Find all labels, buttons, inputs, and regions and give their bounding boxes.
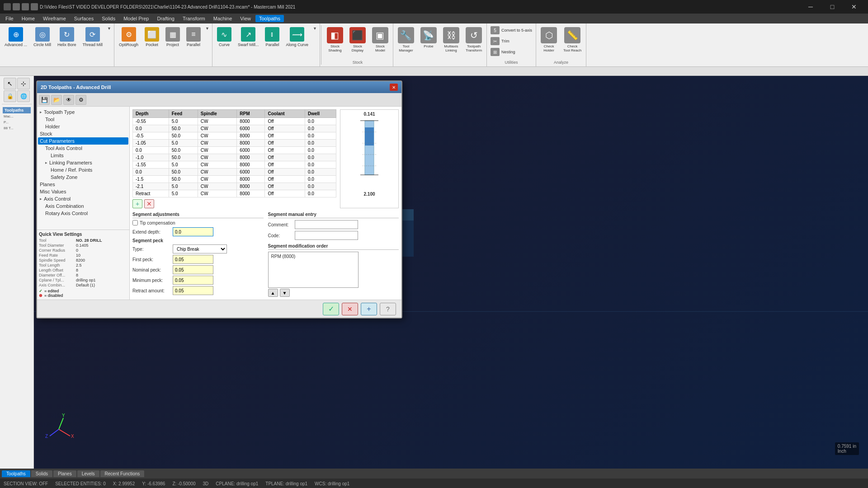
menu-surfaces[interactable]: Surfaces xyxy=(71,15,97,22)
minimum-peck-input[interactable] xyxy=(173,276,213,285)
cancel-button[interactable]: ✕ xyxy=(342,303,358,315)
table-row[interactable]: -0.555.0CW8000Off0.0 xyxy=(133,118,336,125)
dialog-close-btn[interactable]: ✕ xyxy=(390,84,398,91)
tip-compensation-checkbox[interactable] xyxy=(132,220,138,225)
tab-toolpaths[interactable]: Toolpaths xyxy=(2,470,30,477)
ribbon-btn-advanced[interactable]: ⊕ Advanced ... xyxy=(2,25,30,65)
tool-arrow-btn[interactable]: ↖ xyxy=(4,78,16,89)
ribbon-btn-parallel[interactable]: ≡ Parallel xyxy=(184,25,203,65)
code-input[interactable] xyxy=(295,231,358,240)
ok-button[interactable]: ✓ xyxy=(323,303,339,315)
add-button[interactable]: + xyxy=(361,303,377,315)
menu-transform[interactable]: Transform xyxy=(179,15,209,22)
ribbon-btn-probe[interactable]: 📡 Probe xyxy=(418,25,439,65)
help-button[interactable]: ? xyxy=(380,303,396,315)
menu-drafting[interactable]: Drafting xyxy=(153,15,178,22)
ribbon-btn-check-holder[interactable]: ⬡ CheckHolder xyxy=(538,25,560,59)
tree-item-safety-zone[interactable]: Safety Zone xyxy=(38,174,128,181)
dialog-settings-btn[interactable]: ⚙ xyxy=(75,95,86,105)
ribbon-btn-swarf[interactable]: ↗ Swarf Mill... xyxy=(235,25,262,65)
table-remove-btn[interactable]: ✕ xyxy=(144,199,154,208)
table-row[interactable]: 0.050.0CW6000Off0.0 xyxy=(133,125,336,132)
tree-item-axis-control[interactable]: ▸Axis Control xyxy=(38,195,128,202)
seg-mod-down-btn[interactable]: ▼ xyxy=(280,289,290,297)
tree-item-holder[interactable]: Holder xyxy=(38,123,128,130)
tree-item-planes[interactable]: Planes xyxy=(38,181,128,188)
extend-depth-input[interactable] xyxy=(173,227,213,236)
dialog-open-btn[interactable]: 📂 xyxy=(51,95,62,105)
tree-item-limits[interactable]: Limits xyxy=(38,152,128,159)
menu-solids[interactable]: Solids xyxy=(98,15,119,22)
table-row[interactable]: Retract5.0CW8000Off0.0 xyxy=(133,190,336,197)
menu-toolpaths[interactable]: Toolpaths xyxy=(255,15,284,22)
tree-item-rotary-axis[interactable]: Rotary Axis Control xyxy=(38,210,128,217)
comment-input[interactable] xyxy=(295,220,358,229)
table-add-btn[interactable]: + xyxy=(132,199,142,208)
table-row[interactable]: -1.555.0CW8000Off0.0 xyxy=(133,161,336,169)
tab-planes[interactable]: Planes xyxy=(53,470,76,477)
toolpath-nav-item3[interactable]: 88 T... xyxy=(3,125,31,131)
table-row[interactable]: -1.050.0CW8000Off0.0 xyxy=(133,154,336,161)
retract-amount-input[interactable] xyxy=(173,286,213,295)
seg-mod-up-btn[interactable]: ▲ xyxy=(268,289,278,297)
tree-item-tool[interactable]: Tool xyxy=(38,116,128,123)
ribbon-btn-curve[interactable]: ∿ Curve xyxy=(214,25,234,65)
menu-model-prep[interactable]: Model Prep xyxy=(120,15,152,22)
ribbon-btn-tool-manager[interactable]: 🔧 ToolManager xyxy=(395,25,417,65)
tree-item-linking-parameters[interactable]: ▸Linking Parameters xyxy=(38,159,128,166)
nominal-peck-input[interactable] xyxy=(173,265,213,274)
table-row[interactable]: 0.050.0CW6000Off0.0 xyxy=(133,169,336,176)
ribbon-btn-project[interactable]: ▦ Project xyxy=(163,25,183,65)
close-button[interactable]: ✕ xyxy=(844,0,864,14)
ribbon-btn-thread-mill[interactable]: ⟳ Thread Mill xyxy=(80,25,106,65)
ribbon-btn-stock-display[interactable]: ⬛ StockDisplay xyxy=(347,25,368,59)
tree-item-toolpath-type[interactable]: ▸Toolpath Type xyxy=(38,108,128,116)
menu-view[interactable]: View xyxy=(236,15,255,22)
ribbon-btn-stock-model[interactable]: ▣ StockModel xyxy=(369,25,391,59)
table-row[interactable]: -1.550.0CW8000Off0.0 xyxy=(133,176,336,183)
ribbon-btn-helix-bore[interactable]: ↻ Helix Bore xyxy=(55,25,79,65)
toolbar-icon-2[interactable] xyxy=(22,3,29,10)
tree-item-tool-axis-control[interactable]: Tool Axis Control xyxy=(38,145,128,152)
tree-item-misc-values[interactable]: Misc Values xyxy=(38,188,128,195)
dialog-save-btn[interactable]: 💾 xyxy=(39,95,50,105)
tab-levels[interactable]: Levels xyxy=(77,470,99,477)
toolpath-nav-item2[interactable]: P... xyxy=(3,119,31,125)
tool-globe-btn[interactable]: 🌐 xyxy=(17,90,30,102)
ribbon-btn-stock-shading[interactable]: ◧ StockShading xyxy=(324,25,346,59)
table-row[interactable]: -2.15.0CW8000Off0.0 xyxy=(133,183,336,190)
segment-modification-list[interactable]: RPM (8000) xyxy=(268,252,359,288)
tab-recent[interactable]: Recent Functions xyxy=(100,470,145,477)
menu-file[interactable]: File xyxy=(2,15,17,22)
ribbon-btn-nesting[interactable]: ⊞ Nesting xyxy=(489,47,534,57)
tree-item-home-ref[interactable]: Home / Ref. Points xyxy=(38,166,128,174)
tree-item-stock[interactable]: Stock xyxy=(38,130,128,137)
tree-item-axis-combination[interactable]: Axis Combination xyxy=(38,202,128,210)
tool-lock-btn[interactable]: 🔒 xyxy=(4,90,16,102)
ribbon-btn-convert-5axis[interactable]: 5 Convert to 5-axis xyxy=(489,25,534,35)
type-select[interactable]: Chip Break Peck None xyxy=(173,244,227,253)
menu-wireframe[interactable]: Wireframe xyxy=(39,15,70,22)
first-peck-input[interactable] xyxy=(173,255,213,264)
menu-home[interactable]: Home xyxy=(18,15,38,22)
table-row[interactable]: -1.055.0CW8000Off0.0 xyxy=(133,140,336,147)
toolbar-icon-3[interactable] xyxy=(31,3,38,10)
ribbon-btn-along-curve[interactable]: ⟿ Along Curve xyxy=(283,25,311,65)
dialog-view-btn[interactable]: 👁 xyxy=(63,95,74,105)
ribbon-btn-optirough[interactable]: ⚙ OptiRough xyxy=(116,25,141,65)
maximize-button[interactable]: □ xyxy=(822,0,843,14)
toolbar-icon-1[interactable] xyxy=(13,3,20,10)
ribbon-btn-multiaxis[interactable]: ⛓ MultiaxisLinking xyxy=(440,25,462,65)
ribbon-btn-circle-mill[interactable]: ◎ Circle Mill xyxy=(31,25,54,65)
ribbon-btn-toolpath-transform[interactable]: ↺ ToolpathTransform xyxy=(463,25,485,65)
ribbon-btn-check-tool-reach[interactable]: 📏 CheckTool Reach xyxy=(561,25,584,59)
tool-cursor-btn[interactable]: ⊹ xyxy=(17,78,30,89)
ribbon-btn-parallel2[interactable]: ⫾ Parallel xyxy=(262,25,282,65)
ribbon-btn-pocket[interactable]: ⬜ Pocket xyxy=(142,25,162,65)
tree-item-cut-parameters[interactable]: Cut Parameters xyxy=(38,137,128,145)
minimize-button[interactable]: ─ xyxy=(800,0,821,14)
tab-solids[interactable]: Solids xyxy=(31,470,52,477)
menu-machine[interactable]: Machine xyxy=(210,15,236,22)
table-row[interactable]: 0.050.0CW6000Off0.0 xyxy=(133,147,336,154)
toolpath-nav-item[interactable]: Mac... xyxy=(3,113,31,119)
